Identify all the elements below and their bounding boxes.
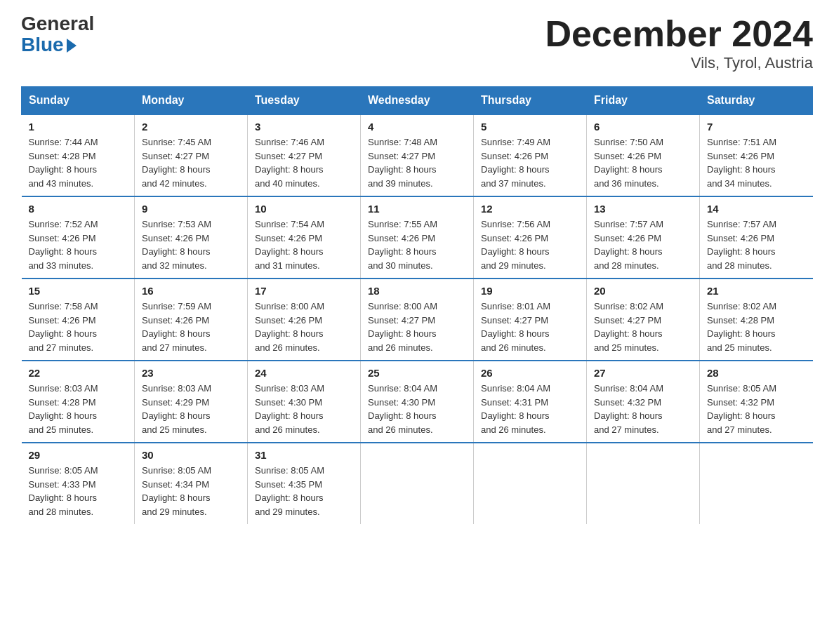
day-number: 11 — [368, 203, 466, 215]
table-row: 11Sunrise: 7:55 AMSunset: 4:26 PMDayligh… — [361, 196, 474, 279]
day-number: 22 — [29, 367, 128, 379]
day-number: 19 — [481, 285, 579, 297]
day-info: Sunrise: 7:57 AMSunset: 4:26 PMDaylight:… — [707, 219, 776, 271]
day-number: 6 — [594, 121, 692, 133]
day-info: Sunrise: 7:46 AMSunset: 4:27 PMDaylight:… — [255, 137, 324, 189]
day-number: 28 — [707, 367, 806, 379]
calendar-week-row: 8Sunrise: 7:52 AMSunset: 4:26 PMDaylight… — [22, 196, 813, 279]
table-row — [700, 443, 813, 524]
day-info: Sunrise: 8:03 AMSunset: 4:29 PMDaylight:… — [142, 383, 211, 435]
col-tuesday: Tuesday — [248, 87, 361, 115]
day-info: Sunrise: 7:50 AMSunset: 4:26 PMDaylight:… — [594, 137, 663, 189]
table-row: 22Sunrise: 8:03 AMSunset: 4:28 PMDayligh… — [22, 361, 135, 443]
calendar-table: Sunday Monday Tuesday Wednesday Thursday… — [21, 86, 813, 524]
day-info: Sunrise: 7:56 AMSunset: 4:26 PMDaylight:… — [481, 219, 550, 271]
table-row: 1Sunrise: 7:44 AMSunset: 4:28 PMDaylight… — [22, 114, 135, 196]
day-info: Sunrise: 8:03 AMSunset: 4:28 PMDaylight:… — [29, 383, 98, 435]
day-info: Sunrise: 7:54 AMSunset: 4:26 PMDaylight:… — [255, 219, 324, 271]
table-row: 7Sunrise: 7:51 AMSunset: 4:26 PMDaylight… — [700, 114, 813, 196]
day-info: Sunrise: 7:53 AMSunset: 4:26 PMDaylight:… — [142, 219, 211, 271]
day-number: 13 — [594, 203, 692, 215]
day-number: 12 — [481, 203, 579, 215]
page-header: General Blue December 2024 Vils, Tyrol, … — [21, 14, 813, 72]
day-number: 31 — [255, 449, 353, 461]
title-block: December 2024 Vils, Tyrol, Austria — [545, 14, 813, 72]
day-number: 18 — [368, 285, 466, 297]
page-subtitle: Vils, Tyrol, Austria — [545, 54, 813, 72]
day-info: Sunrise: 8:00 AMSunset: 4:27 PMDaylight:… — [368, 301, 437, 353]
table-row: 19Sunrise: 8:01 AMSunset: 4:27 PMDayligh… — [474, 279, 587, 361]
day-info: Sunrise: 8:05 AMSunset: 4:32 PMDaylight:… — [707, 383, 776, 435]
day-number: 1 — [29, 121, 128, 133]
day-info: Sunrise: 7:58 AMSunset: 4:26 PMDaylight:… — [29, 301, 98, 353]
table-row: 24Sunrise: 8:03 AMSunset: 4:30 PMDayligh… — [248, 361, 361, 443]
day-info: Sunrise: 7:52 AMSunset: 4:26 PMDaylight:… — [29, 219, 98, 271]
day-number: 24 — [255, 367, 353, 379]
table-row: 14Sunrise: 7:57 AMSunset: 4:26 PMDayligh… — [700, 196, 813, 279]
table-row: 21Sunrise: 8:02 AMSunset: 4:28 PMDayligh… — [700, 279, 813, 361]
day-number: 14 — [707, 203, 806, 215]
day-number: 25 — [368, 367, 466, 379]
calendar-body: 1Sunrise: 7:44 AMSunset: 4:28 PMDaylight… — [22, 114, 813, 524]
table-row: 27Sunrise: 8:04 AMSunset: 4:32 PMDayligh… — [587, 361, 700, 443]
day-number: 15 — [29, 285, 128, 297]
table-row — [587, 443, 700, 524]
day-number: 8 — [29, 203, 128, 215]
day-info: Sunrise: 7:51 AMSunset: 4:26 PMDaylight:… — [707, 137, 776, 189]
day-number: 26 — [481, 367, 579, 379]
table-row: 16Sunrise: 7:59 AMSunset: 4:26 PMDayligh… — [135, 279, 248, 361]
table-row: 28Sunrise: 8:05 AMSunset: 4:32 PMDayligh… — [700, 361, 813, 443]
table-row: 13Sunrise: 7:57 AMSunset: 4:26 PMDayligh… — [587, 196, 700, 279]
day-info: Sunrise: 7:48 AMSunset: 4:27 PMDaylight:… — [368, 137, 437, 189]
day-number: 10 — [255, 203, 353, 215]
day-info: Sunrise: 8:04 AMSunset: 4:31 PMDaylight:… — [481, 383, 550, 435]
day-info: Sunrise: 7:55 AMSunset: 4:26 PMDaylight:… — [368, 219, 437, 271]
table-row: 30Sunrise: 8:05 AMSunset: 4:34 PMDayligh… — [135, 443, 248, 524]
day-number: 29 — [29, 449, 128, 461]
table-row — [474, 443, 587, 524]
day-info: Sunrise: 8:04 AMSunset: 4:32 PMDaylight:… — [594, 383, 663, 435]
day-info: Sunrise: 7:49 AMSunset: 4:26 PMDaylight:… — [481, 137, 550, 189]
table-row: 4Sunrise: 7:48 AMSunset: 4:27 PMDaylight… — [361, 114, 474, 196]
day-number: 7 — [707, 121, 806, 133]
col-wednesday: Wednesday — [361, 87, 474, 115]
col-saturday: Saturday — [700, 87, 813, 115]
logo-general-text: General — [21, 14, 94, 34]
day-number: 5 — [481, 121, 579, 133]
table-row: 31Sunrise: 8:05 AMSunset: 4:35 PMDayligh… — [248, 443, 361, 524]
logo-arrow-icon — [67, 39, 77, 53]
day-number: 17 — [255, 285, 353, 297]
col-monday: Monday — [135, 87, 248, 115]
table-row: 5Sunrise: 7:49 AMSunset: 4:26 PMDaylight… — [474, 114, 587, 196]
page-title: December 2024 — [545, 14, 813, 54]
calendar-week-row: 22Sunrise: 8:03 AMSunset: 4:28 PMDayligh… — [22, 361, 813, 443]
table-row: 6Sunrise: 7:50 AMSunset: 4:26 PMDaylight… — [587, 114, 700, 196]
table-row: 10Sunrise: 7:54 AMSunset: 4:26 PMDayligh… — [248, 196, 361, 279]
table-row: 23Sunrise: 8:03 AMSunset: 4:29 PMDayligh… — [135, 361, 248, 443]
table-row: 15Sunrise: 7:58 AMSunset: 4:26 PMDayligh… — [22, 279, 135, 361]
table-row: 26Sunrise: 8:04 AMSunset: 4:31 PMDayligh… — [474, 361, 587, 443]
table-row: 18Sunrise: 8:00 AMSunset: 4:27 PMDayligh… — [361, 279, 474, 361]
day-info: Sunrise: 8:01 AMSunset: 4:27 PMDaylight:… — [481, 301, 550, 353]
day-info: Sunrise: 8:03 AMSunset: 4:30 PMDaylight:… — [255, 383, 324, 435]
logo-blue-text: Blue — [21, 34, 77, 56]
day-info: Sunrise: 7:44 AMSunset: 4:28 PMDaylight:… — [29, 137, 98, 189]
table-row: 2Sunrise: 7:45 AMSunset: 4:27 PMDaylight… — [135, 114, 248, 196]
day-number: 30 — [142, 449, 240, 461]
calendar-week-row: 29Sunrise: 8:05 AMSunset: 4:33 PMDayligh… — [22, 443, 813, 524]
col-friday: Friday — [587, 87, 700, 115]
day-number: 27 — [594, 367, 692, 379]
day-number: 3 — [255, 121, 353, 133]
day-number: 9 — [142, 203, 240, 215]
day-info: Sunrise: 8:05 AMSunset: 4:33 PMDaylight:… — [29, 465, 98, 517]
table-row: 8Sunrise: 7:52 AMSunset: 4:26 PMDaylight… — [22, 196, 135, 279]
col-thursday: Thursday — [474, 87, 587, 115]
table-row: 12Sunrise: 7:56 AMSunset: 4:26 PMDayligh… — [474, 196, 587, 279]
day-info: Sunrise: 8:02 AMSunset: 4:28 PMDaylight:… — [707, 301, 776, 353]
day-info: Sunrise: 8:02 AMSunset: 4:27 PMDaylight:… — [594, 301, 663, 353]
table-row — [361, 443, 474, 524]
logo: General Blue — [21, 14, 94, 56]
table-row: 3Sunrise: 7:46 AMSunset: 4:27 PMDaylight… — [248, 114, 361, 196]
day-info: Sunrise: 8:05 AMSunset: 4:34 PMDaylight:… — [142, 465, 211, 517]
table-row: 29Sunrise: 8:05 AMSunset: 4:33 PMDayligh… — [22, 443, 135, 524]
